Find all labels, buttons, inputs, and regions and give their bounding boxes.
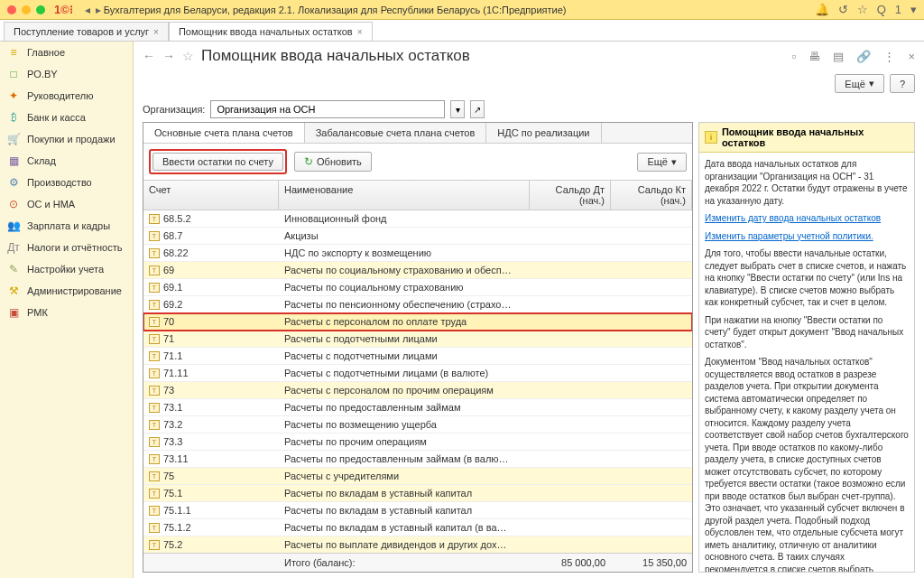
table-row[interactable]: T70Расчеты с персоналом по оплате труда	[143, 313, 692, 331]
sidebar-icon: 🛒	[7, 133, 20, 145]
table-row[interactable]: T71.1Расчеты с подотчетными лицами	[143, 348, 692, 365]
table-row[interactable]: T69.1Расчеты по социальному страхованию	[143, 279, 692, 296]
sidebar-label: Настройки учета	[27, 264, 104, 275]
sidebar-label: ОС и НМА	[27, 199, 75, 210]
table-row[interactable]: T75.1Расчеты по вкладам в уставный капит…	[143, 485, 692, 502]
account-icon: T	[149, 523, 160, 533]
account-icon: T	[149, 231, 160, 241]
table-row[interactable]: T73.2Расчеты по возмещению ущерба	[143, 416, 692, 434]
sidebar-item[interactable]: ДтНалоги и отчётность	[0, 237, 133, 258]
col-debit[interactable]: Сальдо Дт (нач.)	[530, 181, 611, 210]
account-icon: T	[149, 403, 160, 413]
account-icon: T	[149, 334, 160, 344]
sidebar-item[interactable]: ₿Банк и касса	[0, 107, 133, 128]
minimize-icon[interactable]	[22, 5, 31, 14]
help-button[interactable]: ?	[890, 74, 915, 93]
dropdown-icon[interactable]: ▾	[450, 100, 465, 118]
sidebar-label: Администрирование	[27, 285, 122, 296]
change-date-link[interactable]: Изменить дату ввода начальных остатков	[705, 213, 881, 223]
table-row[interactable]: T73.3Расчеты по прочим операциям	[143, 434, 692, 451]
link-icon[interactable]: 🔗	[856, 50, 871, 63]
settings-icon[interactable]: Q	[877, 3, 886, 16]
close-icon[interactable]	[7, 5, 16, 14]
grid-body[interactable]: T68.5.2Инновационный фондT68.7АкцизыT68.…	[143, 210, 692, 553]
table-row[interactable]: T75.2Расчеты по выплате дивидендов и дру…	[143, 536, 692, 553]
tab-vat[interactable]: НДС по реализации	[486, 123, 601, 143]
report-icon[interactable]: ▤	[833, 50, 844, 63]
table-row[interactable]: T69Расчеты по социальному страхованию и …	[143, 262, 692, 279]
sidebar-item[interactable]: ▦Склад	[0, 150, 133, 172]
save-icon[interactable]: ▫	[792, 50, 797, 63]
table-row[interactable]: T68.5.2Инновационный фонд	[143, 210, 692, 228]
sidebar-icon: Дт	[7, 241, 20, 254]
more-button[interactable]: Ещё ▾	[835, 74, 884, 93]
table-row[interactable]: T75.1.1Расчеты по вкладам в уставный кап…	[143, 502, 692, 519]
menu-icon[interactable]: ▾	[910, 3, 917, 16]
close-page-icon[interactable]: ×	[908, 50, 915, 63]
tab-offbalance[interactable]: Забалансовые счета плана счетов	[305, 123, 487, 143]
sidebar-icon: □	[7, 68, 20, 80]
table-row[interactable]: T71.11Расчеты с подотчетными лицами (в в…	[143, 365, 692, 382]
open-icon[interactable]: ↗	[470, 100, 485, 118]
account-icon: T	[149, 454, 160, 464]
tab-main-accounts[interactable]: Основные счета плана счетов	[143, 123, 305, 143]
table-row[interactable]: T69.2Расчеты по пенсионному обеспечению …	[143, 296, 692, 313]
more-button[interactable]: Ещё ▾	[637, 153, 687, 172]
refresh-button[interactable]: ↻Обновить	[294, 152, 372, 172]
sidebar-item[interactable]: 👥Зарплата и кадры	[0, 215, 133, 237]
sidebar-item[interactable]: ▣РМК	[0, 302, 133, 323]
close-icon[interactable]: ×	[153, 27, 159, 37]
back-icon[interactable]: ←	[143, 49, 155, 63]
more-icon[interactable]: ⋮	[883, 50, 895, 63]
sidebar-icon: ⚒	[7, 284, 20, 297]
table-row[interactable]: T73.1Расчеты по предоставленным займам	[143, 399, 692, 416]
star-icon[interactable]: ☆	[857, 3, 868, 16]
window-controls[interactable]	[7, 5, 45, 14]
sidebar-icon: ▣	[7, 306, 20, 319]
table-row[interactable]: T75.1.2Расчеты по вкладам в уставный кап…	[143, 519, 692, 536]
bell-icon[interactable]: 🔔	[815, 3, 829, 16]
table-row[interactable]: T75Расчеты с учредителями	[143, 468, 692, 485]
table-row[interactable]: T71Расчеты с подотчетными лицами	[143, 331, 692, 348]
account-icon: T	[149, 266, 160, 275]
sidebar-icon: 👥	[7, 219, 20, 232]
sidebar-label: Главное	[27, 47, 65, 58]
sidebar-icon: ✎	[7, 263, 20, 275]
nav-right-icon[interactable]: ▸	[96, 4, 101, 16]
tab-assistant[interactable]: Помощник ввода начальных остатков×	[169, 22, 373, 41]
close-icon[interactable]: ×	[357, 27, 363, 37]
nav-left-icon[interactable]: ◂	[85, 4, 90, 16]
sidebar-item[interactable]: ≡Главное	[0, 42, 133, 63]
history-icon[interactable]: ↺	[838, 3, 848, 16]
user-icon[interactable]: 1	[895, 3, 901, 16]
sidebar-label: Зарплата и кадры	[27, 220, 110, 231]
org-field[interactable]: Организация на ОСН	[210, 100, 445, 118]
tab-receipt[interactable]: Поступление товаров и услуг×	[4, 22, 169, 41]
sidebar-item[interactable]: ⚙Производство	[0, 172, 133, 193]
table-row[interactable]: T73.11Расчеты по предоставленным займам …	[143, 451, 692, 468]
maximize-icon[interactable]	[36, 5, 45, 14]
enter-balance-button[interactable]: Ввести остатки по счету	[152, 153, 283, 171]
sidebar-icon: ✦	[7, 89, 20, 102]
sidebar-item[interactable]: ⚒Администрирование	[0, 280, 133, 302]
account-icon: T	[149, 248, 160, 258]
favorite-icon[interactable]: ☆	[182, 49, 194, 63]
change-policy-link[interactable]: Изменить параметры учетной политики.	[705, 231, 873, 241]
sidebar-label: Производство	[27, 177, 92, 188]
col-name[interactable]: Наименование	[279, 181, 530, 210]
sidebar-item[interactable]: 🛒Покупки и продажи	[0, 128, 133, 150]
table-row[interactable]: T68.7Акцизы	[143, 228, 692, 245]
refresh-icon: ↻	[304, 155, 313, 168]
sidebar-item[interactable]: □PO.BY	[0, 63, 133, 85]
titlebar: 1©⁝ ◂ ▸ Бухгалтерия для Беларуси, редакц…	[0, 0, 924, 20]
forward-icon[interactable]: →	[162, 49, 175, 63]
table-row[interactable]: T73Расчеты с персоналом по прочим операц…	[143, 382, 692, 399]
col-credit[interactable]: Сальдо Кт (нач.)	[611, 181, 692, 210]
sidebar-item[interactable]: ✎Настройки учета	[0, 258, 133, 280]
account-icon: T	[149, 317, 160, 327]
sidebar-item[interactable]: ✦Руководителю	[0, 85, 133, 107]
col-account[interactable]: Счет	[143, 181, 279, 210]
sidebar-item[interactable]: ⊙ОС и НМА	[0, 193, 133, 215]
print-icon[interactable]: 🖶	[808, 50, 820, 63]
table-row[interactable]: T68.22НДС по экспорту к возмещению	[143, 245, 692, 262]
